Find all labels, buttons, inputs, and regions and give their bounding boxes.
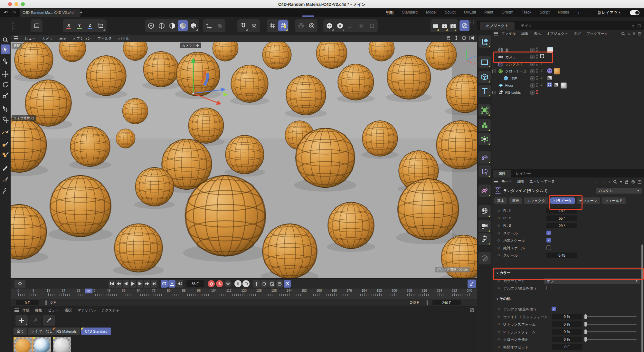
record-pla-button[interactable] xyxy=(268,280,275,288)
smiley-tag-icon[interactable] xyxy=(547,68,552,74)
coordinate-system-button[interactable] xyxy=(96,20,106,31)
deformer-object-button[interactable] xyxy=(478,151,491,164)
viewport-menu-カメラ[interactable]: カメラ xyxy=(42,36,53,41)
document-tab[interactable]: C4D-Random Ma...-C4D-V2.c4d *× xyxy=(20,9,80,17)
layout-tab-初期[interactable]: 初期 xyxy=(386,10,393,15)
material-thumbnail-orange[interactable] xyxy=(14,337,33,352)
value-field[interactable]: 0.45 xyxy=(546,252,577,258)
redo-icon[interactable]: ↷ xyxy=(12,10,16,15)
maximize-view-icon[interactable] xyxy=(469,35,474,41)
current-frame-field[interactable]: 36 F xyxy=(186,280,204,287)
keyable-diamond-icon[interactable]: ◇ xyxy=(497,238,500,242)
goto-end-button[interactable] xyxy=(151,280,157,288)
sphere-clone[interactable] xyxy=(328,202,374,249)
material-menu-icon[interactable] xyxy=(14,309,19,312)
attr-lock-icon[interactable] xyxy=(625,180,629,184)
attr-target-icon[interactable]: ◎ xyxy=(631,179,635,184)
open-material-button[interactable] xyxy=(29,315,41,326)
sphere-clone[interactable] xyxy=(316,42,347,69)
sphere-clone[interactable] xyxy=(122,98,148,124)
slider-handle[interactable] xyxy=(584,329,587,334)
enabled-check-icon[interactable]: ✓ xyxy=(540,61,544,66)
checkbox[interactable]: ✓ xyxy=(546,238,551,243)
pan-view-icon[interactable] xyxy=(446,35,451,41)
value-field[interactable]: 0 % xyxy=(552,314,582,319)
modeling-settings-icon[interactable] xyxy=(356,20,366,31)
keyframe-settings-icon[interactable] xyxy=(224,280,232,287)
previous-key-button[interactable] xyxy=(116,280,122,288)
layout-tab-Sculpt[interactable]: Sculpt xyxy=(445,10,456,15)
edit-enable-icon[interactable] xyxy=(530,55,535,59)
edit-enable-icon[interactable] xyxy=(530,83,535,88)
render-view-button[interactable] xyxy=(431,20,440,31)
material-menu-テクスチャ[interactable]: テクスチャ xyxy=(101,308,119,313)
om-detach-icon[interactable]: ◳ xyxy=(638,31,641,36)
x-axis-lock-button[interactable]: X xyxy=(64,20,74,31)
add-material-button[interactable] xyxy=(15,315,28,326)
attribute-menu-ユーザーデータ[interactable]: ユーザーデータ xyxy=(530,179,555,184)
preset-dropdown[interactable]: カスタム▼ xyxy=(596,188,642,194)
object-name[interactable]: 空 xyxy=(505,48,509,52)
object-row-カメラ[interactable]: カメラ xyxy=(492,53,644,61)
viewport-menu-icon[interactable] xyxy=(14,36,18,40)
other-section-header[interactable]: ∨ その他 xyxy=(496,296,510,301)
cube-object-button[interactable] xyxy=(478,71,491,83)
attribute-menu-icon[interactable] xyxy=(494,180,498,183)
spline-rect-object-button[interactable] xyxy=(478,56,491,68)
panel-filter-icon[interactable]: ≡ xyxy=(632,24,634,27)
play-button[interactable] xyxy=(130,280,136,288)
panel-grip[interactable] xyxy=(468,20,476,24)
sphere-clone[interactable] xyxy=(225,135,264,174)
tab-attributes[interactable]: 属性 xyxy=(493,170,511,177)
projection-label[interactable]: 透視 xyxy=(12,43,22,49)
slider-track[interactable] xyxy=(584,316,637,317)
slider-handle[interactable] xyxy=(584,337,587,342)
attribute-scrollbar[interactable] xyxy=(641,244,643,352)
material-menu-編集[interactable]: 編集 xyxy=(35,308,42,313)
phong-tag-icon[interactable] xyxy=(554,82,559,87)
edit-enable-icon[interactable] xyxy=(530,69,535,73)
keyable-diamond-icon[interactable]: ◇ xyxy=(497,224,500,227)
tab-objects[interactable]: オブジェクト xyxy=(480,22,515,30)
undo-icon[interactable]: ↶ xyxy=(4,10,8,15)
layout-tab-Track[interactable]: Track xyxy=(522,10,531,15)
sphere-clone[interactable] xyxy=(398,179,459,240)
object-name[interactable]: カメラ xyxy=(505,55,516,60)
viewport-menu-オプション[interactable]: オプション xyxy=(73,36,91,41)
orbit-view-icon[interactable] xyxy=(461,35,467,41)
value-field[interactable]: 0 % xyxy=(552,337,582,342)
edges-mode-button[interactable] xyxy=(156,20,166,31)
om-home-icon[interactable]: ⌂ xyxy=(628,31,630,36)
keyable-diamond-icon[interactable]: ◇ xyxy=(497,330,500,333)
slider-handle[interactable] xyxy=(584,322,587,327)
range-grip-right[interactable]: ▌ xyxy=(427,300,429,304)
effector-object-button[interactable] xyxy=(478,133,491,145)
3d-scene[interactable] xyxy=(11,42,477,278)
add-document-tab-button[interactable]: + xyxy=(80,10,82,15)
line-spline-tool-icon[interactable] xyxy=(1,175,10,184)
render-settings-button[interactable] xyxy=(449,20,457,31)
slider-handle[interactable] xyxy=(584,314,587,319)
freehand-spline-tool-icon[interactable] xyxy=(1,186,10,196)
xpresso-object-button[interactable] xyxy=(478,165,491,177)
sphere-clone[interactable] xyxy=(116,129,135,148)
rectangle-spline-tool-icon[interactable] xyxy=(1,139,10,149)
object-row-クローナー.1[interactable]: -クローナー.1✓ xyxy=(492,68,644,75)
solo-eye-button[interactable] xyxy=(324,20,334,31)
enabled-check-icon[interactable]: ✓ xyxy=(540,75,544,80)
slider-track[interactable] xyxy=(584,339,637,340)
previous-frame-button[interactable] xyxy=(123,280,129,288)
enabled-check-icon[interactable]: ✓ xyxy=(540,68,544,73)
cube-primitive-tool-icon[interactable] xyxy=(1,150,10,159)
sphere-clone[interactable] xyxy=(176,52,220,96)
value-field[interactable]: 18 ° xyxy=(546,208,577,214)
keyframe-presets-button[interactable] xyxy=(276,280,283,288)
range-end-field[interactable]: 240 F xyxy=(432,300,461,305)
camera-target-icon[interactable] xyxy=(540,54,544,58)
attribute-menu-編集[interactable]: 編集 xyxy=(517,179,525,184)
visibility-dots[interactable] xyxy=(536,54,538,59)
color-mode-dropdown[interactable]: オフ▼ xyxy=(544,278,640,284)
layout-tab-Standard[interactable]: Standard xyxy=(402,10,418,15)
instance-object-button[interactable] xyxy=(478,185,491,197)
expander-icon[interactable]: - xyxy=(492,70,496,73)
